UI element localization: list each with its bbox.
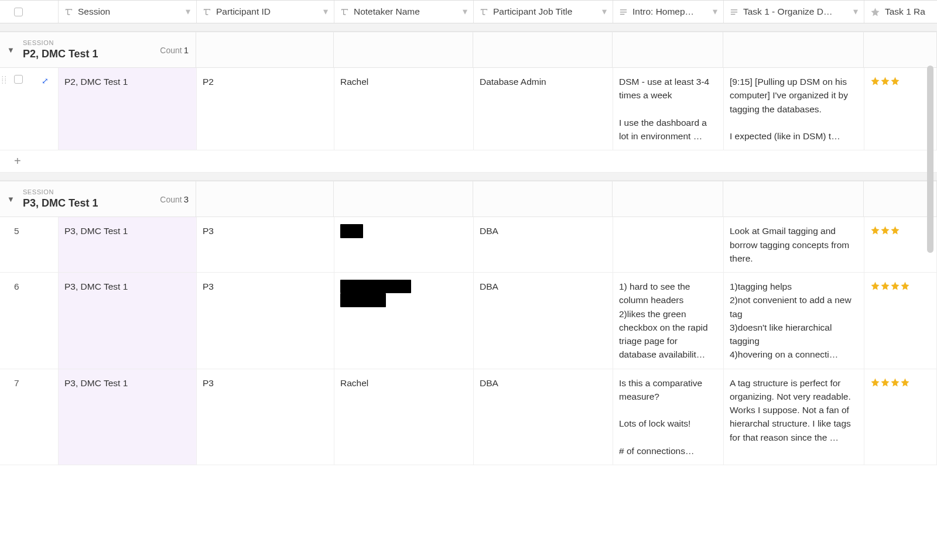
- cell-job-title[interactable]: DBA: [474, 217, 613, 272]
- group-header[interactable]: ▼SESSIONP3, DMC Test 1Count3: [0, 181, 937, 217]
- row-checkbox[interactable]: [14, 75, 23, 84]
- column-header-task1-rating[interactable]: Task 1 Ra: [864, 1, 937, 23]
- group-key-label: SESSION: [23, 188, 160, 195]
- cell-notetaker[interactable]: xxxxxxx xxxxxxxxxxxxxxxxxx: [334, 273, 474, 369]
- column-header-task1[interactable]: Task 1 - Organize D… ▾: [724, 1, 864, 23]
- cell-task1[interactable]: Look at Gmail tagging and borrow tagging…: [724, 217, 864, 272]
- table-row[interactable]: 7P3, DMC Test 1P3RachelDBAIs this a comp…: [0, 369, 937, 466]
- cell-task1[interactable]: 1)tagging helps 2)not convenient to add …: [724, 273, 864, 369]
- cell-participant-id[interactable]: P3: [197, 369, 334, 465]
- group-count: Count1: [160, 45, 189, 55]
- cell-intro[interactable]: Is this a comparative measure? Lots of l…: [613, 369, 724, 465]
- table-row[interactable]: 5P3, DMC Test 1P3xxxxxDBALook at Gmail t…: [0, 217, 937, 273]
- cell-task1[interactable]: A tag structure is perfect for organizin…: [724, 369, 864, 465]
- chevron-down-icon[interactable]: ▾: [186, 6, 190, 17]
- star-rating: [870, 280, 910, 292]
- cell-intro[interactable]: 1) hard to see the column headers 2)like…: [613, 273, 724, 369]
- group-separator: [0, 23, 937, 32]
- column-header-job-title[interactable]: Participant Job Title ▾: [474, 1, 613, 23]
- group-collapse-caret[interactable]: ▼: [7, 195, 15, 204]
- cell-intro[interactable]: [613, 217, 724, 272]
- group-header[interactable]: ▼SESSIONP2, DMC Test 1Count1: [0, 32, 937, 68]
- cell-session[interactable]: P2, DMC Test 1: [59, 68, 197, 150]
- cell-participant-id[interactable]: P2: [197, 68, 334, 150]
- cell-notetaker[interactable]: xxxxx: [334, 217, 474, 272]
- column-label: Task 1 - Organize D…: [743, 6, 850, 17]
- column-label: Participant Job Title: [493, 6, 599, 17]
- row-handle-cell[interactable]: 5: [0, 217, 59, 272]
- star-rating: [870, 377, 910, 389]
- column-header-intro[interactable]: Intro: Homep… ▾: [613, 1, 724, 23]
- select-all-column[interactable]: [0, 1, 59, 23]
- row-number: 7: [14, 376, 19, 390]
- cell-rating[interactable]: [864, 68, 937, 150]
- group-separator: [0, 173, 937, 181]
- cell-job-title[interactable]: Database Admin: [474, 68, 613, 150]
- table-row[interactable]: ∷∷⤢P2, DMC Test 1P2RachelDatabase AdminD…: [0, 68, 937, 150]
- column-label: Participant ID: [216, 6, 320, 17]
- group-value: P3, DMC Test 1: [23, 197, 160, 209]
- cell-session[interactable]: P3, DMC Test 1: [59, 217, 197, 272]
- text-type-icon: [64, 8, 73, 16]
- text-type-icon: [480, 8, 488, 16]
- group-value: P2, DMC Test 1: [23, 48, 160, 60]
- column-label: Session: [78, 6, 182, 17]
- star-rating: [870, 75, 900, 87]
- column-header-session[interactable]: Session ▾: [59, 1, 197, 23]
- column-header-row: Session ▾ Participant ID ▾ Notetaker Nam…: [0, 0, 937, 23]
- row-handle-cell[interactable]: 6: [0, 273, 59, 369]
- spreadsheet-grid: Session ▾ Participant ID ▾ Notetaker Nam…: [0, 0, 937, 560]
- cell-notetaker[interactable]: Rachel: [334, 369, 474, 465]
- cell-task1[interactable]: [9:15] [Pulling up DSM on his computer] …: [724, 68, 864, 150]
- cell-job-title[interactable]: DBA: [474, 369, 613, 465]
- chevron-down-icon[interactable]: ▾: [853, 6, 858, 17]
- select-all-checkbox[interactable]: [14, 8, 23, 16]
- chevron-down-icon[interactable]: ▾: [463, 6, 467, 17]
- longtext-type-icon: [730, 8, 738, 16]
- group-collapse-caret[interactable]: ▼: [7, 46, 15, 54]
- redacted-text: xxxxxxxxxx: [340, 293, 386, 307]
- add-row-button[interactable]: +: [0, 150, 937, 173]
- cell-participant-id[interactable]: P3: [197, 273, 334, 369]
- group-count: Count3: [160, 194, 189, 204]
- cell-rating[interactable]: [864, 217, 937, 272]
- column-label: Task 1 Ra: [885, 6, 931, 17]
- cell-rating[interactable]: [864, 369, 937, 465]
- text-type-icon: [340, 8, 349, 16]
- redacted-text: xxxxx: [340, 224, 363, 238]
- row-handle-cell[interactable]: ∷∷⤢: [0, 68, 59, 150]
- chevron-down-icon[interactable]: ▾: [713, 6, 717, 17]
- row-handle-cell[interactable]: 7: [0, 369, 59, 465]
- cell-session[interactable]: P3, DMC Test 1: [59, 273, 197, 369]
- column-header-participant-id[interactable]: Participant ID ▾: [197, 1, 334, 23]
- cell-participant-id[interactable]: P3: [197, 217, 334, 272]
- vertical-scrollbar[interactable]: [927, 66, 933, 253]
- star-rating: [870, 225, 900, 236]
- row-number: 6: [14, 280, 19, 293]
- redacted-text: xxxxxxx xxxxxxxx: [340, 280, 411, 293]
- cell-job-title[interactable]: DBA: [474, 273, 613, 369]
- column-label: Intro: Homep…: [632, 6, 709, 17]
- column-header-notetaker[interactable]: Notetaker Name ▾: [334, 1, 474, 23]
- drag-handle-icon[interactable]: ∷∷: [2, 76, 7, 84]
- cell-rating[interactable]: [864, 273, 937, 369]
- star-type-icon: [870, 7, 880, 17]
- row-number: 5: [14, 224, 19, 238]
- group-key-label: SESSION: [23, 39, 160, 46]
- column-label: Notetaker Name: [354, 6, 459, 17]
- cell-session[interactable]: P3, DMC Test 1: [59, 369, 197, 465]
- longtext-type-icon: [619, 8, 628, 16]
- chevron-down-icon[interactable]: ▾: [602, 6, 607, 17]
- text-type-icon: [203, 8, 211, 16]
- chevron-down-icon[interactable]: ▾: [323, 6, 328, 17]
- expand-record-icon[interactable]: ⤢: [42, 75, 49, 87]
- cell-notetaker[interactable]: Rachel: [334, 68, 474, 150]
- cell-intro[interactable]: DSM - use at least 3-4 times a week I us…: [613, 68, 724, 150]
- table-row[interactable]: 6P3, DMC Test 1P3xxxxxxx xxxxxxxxxxxxxxx…: [0, 273, 937, 369]
